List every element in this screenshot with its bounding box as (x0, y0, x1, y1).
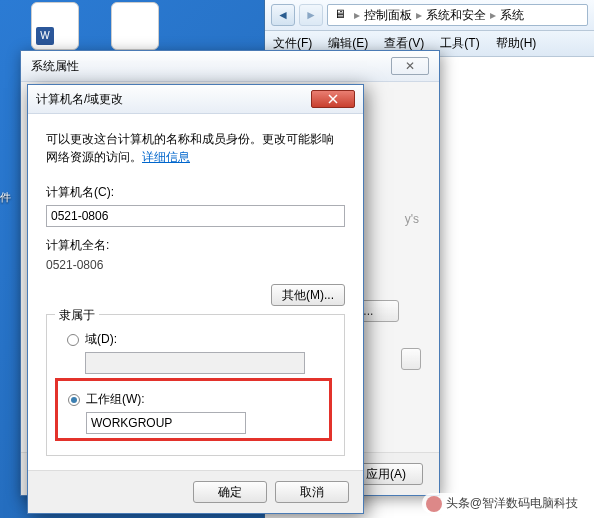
workgroup-radio-row[interactable]: 工作组(W): (68, 391, 323, 408)
menu-help[interactable]: 帮助(H) (496, 35, 537, 52)
image-file-icon (111, 2, 159, 50)
highlight-box: 工作组(W): (55, 378, 332, 441)
computer-name-input[interactable] (46, 205, 345, 227)
radio-checked-icon (68, 394, 80, 406)
breadcrumb[interactable]: 🖥 ▸ 控制面板 ▸ 系统和安全 ▸ 系统 (327, 4, 588, 26)
dialog-title: 计算机名/域更改 (36, 91, 311, 108)
description-text: 可以更改这台计算机的名称和成员身份。更改可能影响网络资源的访问。详细信息 (46, 130, 345, 166)
watermark: 头条@智洋数码电脑科技 (422, 493, 588, 514)
dialog-body: 可以更改这台计算机的名称和成员身份。更改可能影响网络资源的访问。详细信息 计算机… (28, 114, 363, 470)
details-link[interactable]: 详细信息 (142, 150, 190, 164)
domain-label: 域(D): (85, 331, 117, 348)
cancel-button[interactable]: 取消 (275, 481, 349, 503)
domain-radio-row[interactable]: 域(D): (67, 331, 332, 348)
workgroup-label: 工作组(W): (86, 391, 145, 408)
close-button[interactable]: ✕ (391, 57, 429, 75)
dialog-footer: 确定 取消 (28, 470, 363, 513)
nav-toolbar: ◄ ► 🖥 ▸ 控制面板 ▸ 系统和安全 ▸ 系统 (265, 0, 594, 31)
avatar-icon (426, 496, 442, 512)
close-button[interactable] (311, 90, 355, 108)
computer-icon: 🖥 (334, 7, 350, 23)
full-name-label: 计算机全名: (46, 237, 345, 254)
crumb-control-panel[interactable]: 控制面板 (364, 7, 412, 24)
radio-icon (67, 334, 79, 346)
full-name-value: 0521-0806 (46, 258, 345, 272)
menu-tools[interactable]: 工具(T) (440, 35, 479, 52)
close-icon: ✕ (405, 59, 415, 73)
forward-button[interactable]: ► (299, 4, 323, 26)
computer-name-change-dialog: 计算机名/域更改 可以更改这台计算机的名称和成员身份。更改可能影响网络资源的访问… (27, 84, 364, 514)
titlebar[interactable]: 系统属性 ✕ (21, 51, 439, 82)
titlebar[interactable]: 计算机名/域更改 (28, 85, 363, 114)
back-button[interactable]: ◄ (271, 4, 295, 26)
desktop-label-fragment: 件 (0, 190, 18, 205)
crumb-system[interactable]: 系统 (500, 7, 524, 24)
dialog-title: 系统属性 (31, 58, 391, 75)
computer-name-label: 计算机名(C): (46, 184, 345, 201)
close-icon (328, 94, 338, 104)
ok-button[interactable]: 确定 (193, 481, 267, 503)
workgroup-input[interactable] (86, 412, 246, 434)
more-button[interactable]: 其他(M)... (271, 284, 345, 306)
domain-input (85, 352, 305, 374)
crumb-system-security[interactable]: 系统和安全 (426, 7, 486, 24)
watermark-text: 头条@智洋数码电脑科技 (446, 495, 578, 512)
word-doc-icon (31, 2, 79, 50)
member-of-group: 隶属于 域(D): 工作组(W): (46, 314, 345, 456)
group-legend: 隶属于 (55, 307, 99, 324)
bg-button-fragment[interactable] (401, 348, 421, 370)
bg-text-fragment: y's (405, 212, 419, 226)
